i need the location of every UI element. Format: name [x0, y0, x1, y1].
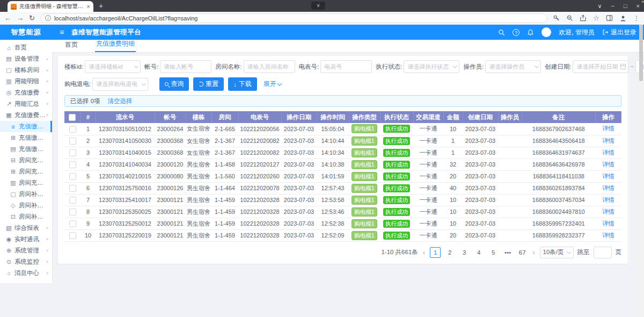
back-icon[interactable]: ←: [4, 15, 11, 21]
sidebar-subitem[interactable]: ⊟ 房间充值缴费日报: [0, 155, 52, 166]
prev-page-icon[interactable]: ‹: [422, 248, 426, 256]
exec-status-select[interactable]: 请选择执行状态: [404, 60, 459, 73]
new-tab-button[interactable]: +: [99, 2, 103, 10]
sidebar-subitem[interactable]: ≡ 充值缴费明细: [0, 121, 52, 132]
row-checkbox[interactable]: [69, 197, 76, 204]
sidebar-subitem[interactable]: ▤ 充值缴费流水记录: [0, 143, 52, 155]
sidebar-item[interactable]: ◎ 充值缴费 ∨: [0, 87, 52, 98]
detail-link[interactable]: 详情: [602, 138, 614, 144]
help-icon[interactable]: ?: [513, 29, 519, 36]
page-number[interactable]: 3: [459, 247, 470, 258]
room-name-input[interactable]: [244, 60, 295, 73]
row-checkbox[interactable]: [69, 232, 76, 239]
sidebar-item[interactable]: ○ 消息中心 ∨: [0, 268, 52, 279]
row-checkbox[interactable]: [69, 138, 76, 145]
sidebar-item[interactable]: ▥ 用能明细 ∨: [0, 76, 52, 87]
select-all-checkbox[interactable]: [69, 114, 76, 121]
detail-link[interactable]: 详情: [602, 208, 614, 215]
expand-toggle[interactable]: 展开: [264, 80, 281, 89]
sidebar-item[interactable]: ▢ 楼栋房间 ∨: [0, 64, 52, 76]
sidebar-item[interactable]: ⌂ 首页: [0, 42, 52, 53]
operator-select[interactable]: 请选择操作员: [485, 60, 541, 73]
sidebar-subitem[interactable]: ⊞ 房间充值缴费月报: [0, 166, 52, 177]
sidebar-subitem[interactable]: ◇ 房间补助月报: [0, 200, 52, 211]
detail-link[interactable]: 详情: [602, 197, 614, 203]
sidebar-item[interactable]: ▧ 综合报表 ∨: [0, 222, 52, 234]
tab-close-icon[interactable]: ×: [87, 3, 90, 10]
bell-icon[interactable]: [527, 29, 534, 36]
sidebar-item[interactable]: ▤ 设备管理 ∨: [0, 53, 52, 64]
operation-type-badge: 购电模1: [352, 184, 377, 193]
page-number[interactable]: •••: [502, 247, 513, 258]
page-tab[interactable]: 充值缴费明细: [95, 39, 136, 52]
browser-menu-icon[interactable]: ⋮: [633, 15, 640, 22]
jump-page-input[interactable]: [594, 247, 612, 258]
split-screen-icon[interactable]: [606, 15, 613, 21]
page-number[interactable]: 4: [473, 247, 484, 258]
row-checkbox[interactable]: [69, 220, 76, 227]
next-page-icon[interactable]: ›: [531, 248, 536, 256]
user-avatar[interactable]: [541, 27, 551, 37]
clear-selection-link[interactable]: 清空选择: [108, 97, 133, 105]
tab-search-dropdown[interactable]: ∨: [311, 2, 325, 10]
sidebar-subitem[interactable]: ⊡ 房间补助年报: [0, 211, 52, 222]
search-icon[interactable]: [498, 29, 505, 36]
operation-type-badge: 购电模1: [352, 231, 377, 240]
sidebar-item[interactable]: ◉ 实时通讯 ∨: [0, 234, 52, 245]
row-checkbox[interactable]: [69, 208, 76, 215]
row-checkbox[interactable]: [69, 149, 76, 156]
maximize-icon[interactable]: □: [624, 0, 627, 12]
detail-link[interactable]: 详情: [602, 173, 614, 179]
reset-button[interactable]: 重置: [193, 77, 224, 91]
address-bar[interactable]: i localhost/sav/acchargeoil/AcChargeOilL…: [40, 13, 547, 23]
sidebar-item[interactable]: ↗ 用能汇总 ∨: [0, 98, 52, 110]
share-icon[interactable]: [580, 15, 587, 21]
page-tab[interactable]: 首页: [64, 40, 79, 52]
sidebar-subitem[interactable]: ⊞ 充值缴费明细报表: [0, 132, 52, 143]
forward-icon[interactable]: →: [17, 15, 24, 21]
chevron-down-icon: [453, 63, 457, 68]
bookmark-star-icon[interactable]: ☆: [593, 15, 599, 21]
detail-link[interactable]: 详情: [602, 125, 614, 132]
close-icon[interactable]: ×: [636, 0, 640, 12]
purchase-select[interactable]: 请选择购电退电: [92, 78, 148, 91]
zoom-out-icon[interactable]: [566, 15, 573, 21]
page-number[interactable]: 1: [430, 247, 441, 258]
account-input[interactable]: [160, 60, 211, 73]
sidebar-item[interactable]: ⊙ 系统监控 ∨: [0, 256, 52, 268]
detail-link[interactable]: 详情: [602, 185, 614, 191]
page-scrollbar[interactable]: [639, 25, 643, 317]
row-checkbox[interactable]: [69, 173, 76, 180]
sidebar-subitem[interactable]: ▢ 房间补助日报: [0, 189, 52, 200]
row-checkbox[interactable]: [69, 126, 76, 133]
detail-link[interactable]: 详情: [602, 161, 614, 168]
page-number[interactable]: 5: [488, 247, 499, 258]
page-number[interactable]: 67: [517, 247, 528, 258]
site-info-icon[interactable]: i: [45, 15, 51, 21]
search-button[interactable]: 查询: [159, 77, 189, 91]
detail-link[interactable]: 详情: [602, 232, 614, 239]
page-size-select[interactable]: 10条/页: [540, 247, 574, 258]
sidebar-subitem[interactable]: ▥ 房间充值缴费年报: [0, 177, 52, 189]
reload-icon[interactable]: ↻: [29, 15, 35, 21]
collapse-menu-icon[interactable]: ≡: [60, 28, 64, 37]
browser-tab[interactable]: 充值缴费明细 - 森维智慧能源管理平台 ×: [8, 1, 93, 12]
password-key-icon[interactable]: [553, 15, 560, 21]
meter-input[interactable]: [320, 60, 372, 73]
start-date-input[interactable]: 请选择开始日期: [573, 60, 628, 73]
sidebar-item[interactable]: ⊕ 系统管理 ∨: [0, 245, 52, 256]
building-select[interactable]: 请选择楼栋id: [85, 60, 141, 73]
tab-list-dropdown-icon[interactable]: ∨: [597, 0, 602, 12]
row-checkbox[interactable]: [69, 185, 76, 192]
sidebar-item[interactable]: ▦ 充值缴费报表 ∧: [0, 110, 52, 121]
profile-icon[interactable]: [619, 15, 627, 22]
logout-button[interactable]: 退出登录: [602, 28, 636, 37]
minimize-icon[interactable]: −: [611, 0, 614, 12]
operation-type-badge: 购电模1: [352, 160, 377, 169]
page-number[interactable]: 2: [444, 247, 455, 258]
detail-link[interactable]: 详情: [602, 149, 614, 156]
row-checkbox[interactable]: [69, 161, 76, 168]
download-button[interactable]: 下载: [228, 77, 257, 91]
scrollbar-thumb[interactable]: [639, 25, 643, 81]
detail-link[interactable]: 详情: [602, 220, 614, 227]
